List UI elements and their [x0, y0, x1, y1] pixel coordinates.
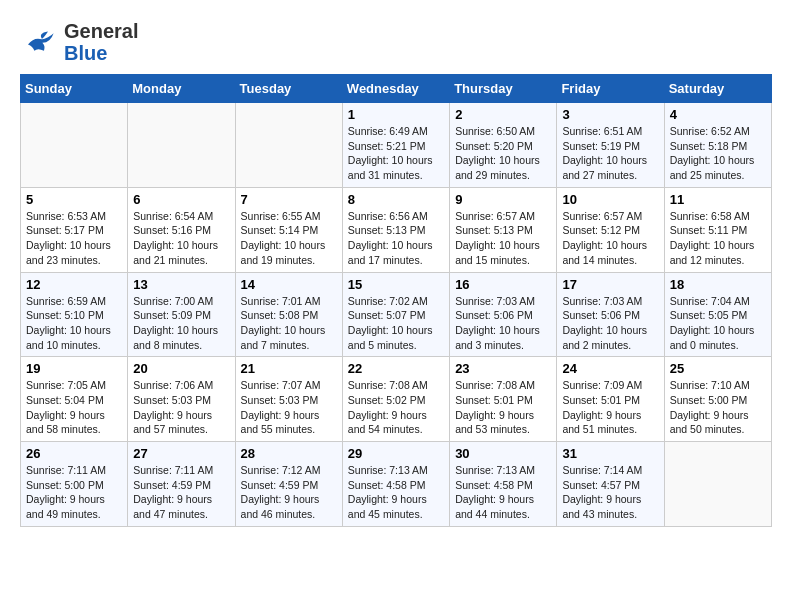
calendar-cell	[128, 103, 235, 188]
day-info: Sunrise: 6:51 AM Sunset: 5:19 PM Dayligh…	[562, 124, 658, 183]
calendar-cell: 8Sunrise: 6:56 AM Sunset: 5:13 PM Daylig…	[342, 187, 449, 272]
calendar-cell: 28Sunrise: 7:12 AM Sunset: 4:59 PM Dayli…	[235, 442, 342, 527]
day-number: 23	[455, 361, 551, 376]
calendar-week-1: 1Sunrise: 6:49 AM Sunset: 5:21 PM Daylig…	[21, 103, 772, 188]
calendar-cell: 29Sunrise: 7:13 AM Sunset: 4:58 PM Dayli…	[342, 442, 449, 527]
day-info: Sunrise: 7:09 AM Sunset: 5:01 PM Dayligh…	[562, 378, 658, 437]
calendar-cell: 12Sunrise: 6:59 AM Sunset: 5:10 PM Dayli…	[21, 272, 128, 357]
calendar-cell: 11Sunrise: 6:58 AM Sunset: 5:11 PM Dayli…	[664, 187, 771, 272]
day-number: 11	[670, 192, 766, 207]
day-number: 25	[670, 361, 766, 376]
day-number: 24	[562, 361, 658, 376]
day-info: Sunrise: 7:13 AM Sunset: 4:58 PM Dayligh…	[455, 463, 551, 522]
day-info: Sunrise: 7:03 AM Sunset: 5:06 PM Dayligh…	[455, 294, 551, 353]
calendar-cell: 21Sunrise: 7:07 AM Sunset: 5:03 PM Dayli…	[235, 357, 342, 442]
day-number: 21	[241, 361, 337, 376]
page-header: General Blue	[20, 20, 772, 64]
day-info: Sunrise: 7:02 AM Sunset: 5:07 PM Dayligh…	[348, 294, 444, 353]
day-number: 29	[348, 446, 444, 461]
day-info: Sunrise: 6:58 AM Sunset: 5:11 PM Dayligh…	[670, 209, 766, 268]
day-info: Sunrise: 6:56 AM Sunset: 5:13 PM Dayligh…	[348, 209, 444, 268]
calendar-week-4: 19Sunrise: 7:05 AM Sunset: 5:04 PM Dayli…	[21, 357, 772, 442]
calendar-header: SundayMondayTuesdayWednesdayThursdayFrid…	[21, 75, 772, 103]
day-info: Sunrise: 6:55 AM Sunset: 5:14 PM Dayligh…	[241, 209, 337, 268]
day-number: 13	[133, 277, 229, 292]
calendar-cell: 26Sunrise: 7:11 AM Sunset: 5:00 PM Dayli…	[21, 442, 128, 527]
calendar-cell: 4Sunrise: 6:52 AM Sunset: 5:18 PM Daylig…	[664, 103, 771, 188]
day-info: Sunrise: 6:52 AM Sunset: 5:18 PM Dayligh…	[670, 124, 766, 183]
day-info: Sunrise: 7:01 AM Sunset: 5:08 PM Dayligh…	[241, 294, 337, 353]
calendar-table: SundayMondayTuesdayWednesdayThursdayFrid…	[20, 74, 772, 527]
calendar-cell: 5Sunrise: 6:53 AM Sunset: 5:17 PM Daylig…	[21, 187, 128, 272]
day-info: Sunrise: 7:08 AM Sunset: 5:02 PM Dayligh…	[348, 378, 444, 437]
day-info: Sunrise: 7:07 AM Sunset: 5:03 PM Dayligh…	[241, 378, 337, 437]
day-info: Sunrise: 7:03 AM Sunset: 5:06 PM Dayligh…	[562, 294, 658, 353]
calendar-cell: 24Sunrise: 7:09 AM Sunset: 5:01 PM Dayli…	[557, 357, 664, 442]
day-number: 9	[455, 192, 551, 207]
day-number: 26	[26, 446, 122, 461]
day-number: 7	[241, 192, 337, 207]
day-info: Sunrise: 7:12 AM Sunset: 4:59 PM Dayligh…	[241, 463, 337, 522]
day-info: Sunrise: 6:57 AM Sunset: 5:12 PM Dayligh…	[562, 209, 658, 268]
day-number: 1	[348, 107, 444, 122]
day-info: Sunrise: 6:50 AM Sunset: 5:20 PM Dayligh…	[455, 124, 551, 183]
calendar-week-2: 5Sunrise: 6:53 AM Sunset: 5:17 PM Daylig…	[21, 187, 772, 272]
calendar-cell	[664, 442, 771, 527]
logo-text: General Blue	[64, 20, 138, 64]
weekday-header-friday: Friday	[557, 75, 664, 103]
day-number: 14	[241, 277, 337, 292]
day-number: 17	[562, 277, 658, 292]
day-number: 3	[562, 107, 658, 122]
day-number: 31	[562, 446, 658, 461]
day-info: Sunrise: 6:53 AM Sunset: 5:17 PM Dayligh…	[26, 209, 122, 268]
day-info: Sunrise: 7:05 AM Sunset: 5:04 PM Dayligh…	[26, 378, 122, 437]
calendar-cell: 31Sunrise: 7:14 AM Sunset: 4:57 PM Dayli…	[557, 442, 664, 527]
calendar-cell: 7Sunrise: 6:55 AM Sunset: 5:14 PM Daylig…	[235, 187, 342, 272]
day-info: Sunrise: 7:00 AM Sunset: 5:09 PM Dayligh…	[133, 294, 229, 353]
day-info: Sunrise: 7:08 AM Sunset: 5:01 PM Dayligh…	[455, 378, 551, 437]
calendar-cell: 3Sunrise: 6:51 AM Sunset: 5:19 PM Daylig…	[557, 103, 664, 188]
calendar-body: 1Sunrise: 6:49 AM Sunset: 5:21 PM Daylig…	[21, 103, 772, 527]
day-number: 6	[133, 192, 229, 207]
calendar-cell	[21, 103, 128, 188]
weekday-header-row: SundayMondayTuesdayWednesdayThursdayFrid…	[21, 75, 772, 103]
weekday-header-thursday: Thursday	[450, 75, 557, 103]
calendar-cell: 27Sunrise: 7:11 AM Sunset: 4:59 PM Dayli…	[128, 442, 235, 527]
calendar-cell: 17Sunrise: 7:03 AM Sunset: 5:06 PM Dayli…	[557, 272, 664, 357]
calendar-cell: 30Sunrise: 7:13 AM Sunset: 4:58 PM Dayli…	[450, 442, 557, 527]
calendar-cell: 1Sunrise: 6:49 AM Sunset: 5:21 PM Daylig…	[342, 103, 449, 188]
weekday-header-saturday: Saturday	[664, 75, 771, 103]
day-number: 5	[26, 192, 122, 207]
weekday-header-wednesday: Wednesday	[342, 75, 449, 103]
calendar-cell: 16Sunrise: 7:03 AM Sunset: 5:06 PM Dayli…	[450, 272, 557, 357]
day-number: 15	[348, 277, 444, 292]
calendar-cell: 23Sunrise: 7:08 AM Sunset: 5:01 PM Dayli…	[450, 357, 557, 442]
weekday-header-tuesday: Tuesday	[235, 75, 342, 103]
day-number: 28	[241, 446, 337, 461]
calendar-cell: 9Sunrise: 6:57 AM Sunset: 5:13 PM Daylig…	[450, 187, 557, 272]
calendar-cell: 20Sunrise: 7:06 AM Sunset: 5:03 PM Dayli…	[128, 357, 235, 442]
day-number: 4	[670, 107, 766, 122]
calendar-cell: 18Sunrise: 7:04 AM Sunset: 5:05 PM Dayli…	[664, 272, 771, 357]
logo-icon	[20, 22, 60, 62]
calendar-week-3: 12Sunrise: 6:59 AM Sunset: 5:10 PM Dayli…	[21, 272, 772, 357]
calendar-cell: 14Sunrise: 7:01 AM Sunset: 5:08 PM Dayli…	[235, 272, 342, 357]
day-number: 8	[348, 192, 444, 207]
calendar-cell: 25Sunrise: 7:10 AM Sunset: 5:00 PM Dayli…	[664, 357, 771, 442]
weekday-header-sunday: Sunday	[21, 75, 128, 103]
day-number: 19	[26, 361, 122, 376]
logo: General Blue	[20, 20, 138, 64]
day-info: Sunrise: 7:06 AM Sunset: 5:03 PM Dayligh…	[133, 378, 229, 437]
day-number: 20	[133, 361, 229, 376]
calendar-cell: 13Sunrise: 7:00 AM Sunset: 5:09 PM Dayli…	[128, 272, 235, 357]
day-info: Sunrise: 6:54 AM Sunset: 5:16 PM Dayligh…	[133, 209, 229, 268]
day-info: Sunrise: 7:10 AM Sunset: 5:00 PM Dayligh…	[670, 378, 766, 437]
day-number: 2	[455, 107, 551, 122]
day-number: 30	[455, 446, 551, 461]
day-number: 16	[455, 277, 551, 292]
calendar-cell: 6Sunrise: 6:54 AM Sunset: 5:16 PM Daylig…	[128, 187, 235, 272]
day-info: Sunrise: 6:57 AM Sunset: 5:13 PM Dayligh…	[455, 209, 551, 268]
calendar-cell	[235, 103, 342, 188]
weekday-header-monday: Monday	[128, 75, 235, 103]
day-info: Sunrise: 7:04 AM Sunset: 5:05 PM Dayligh…	[670, 294, 766, 353]
